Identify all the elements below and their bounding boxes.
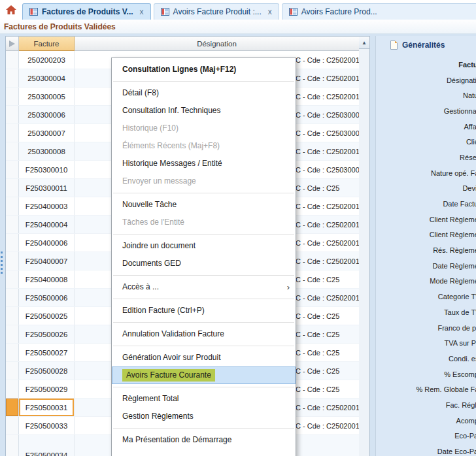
- menu-item-reglement-total[interactable]: Règlement Total: [112, 390, 296, 408]
- menu-item-joindre-un-document[interactable]: Joindre un document: [112, 237, 296, 255]
- row-indicator-cell[interactable]: [6, 161, 19, 178]
- tab-avoirs-facture-prod[interactable]: Avoirs Facture Prod...: [282, 3, 476, 20]
- corner-triangle-icon: [9, 41, 15, 47]
- row-indicator-cell[interactable]: [6, 289, 19, 306]
- facture-cell[interactable]: F250500025: [19, 307, 75, 325]
- row-indicator-cell[interactable]: [6, 51, 19, 69]
- menu-item-gestion-reglements[interactable]: Gestion Règlements: [112, 408, 296, 425]
- vertical-scrollbar[interactable]: ▲: [359, 36, 370, 456]
- facture-cell[interactable]: F250500031: [19, 399, 75, 416]
- row-indicator-cell[interactable]: [6, 234, 19, 252]
- designation-value: C - Cde : C25020012: [296, 221, 359, 229]
- row-indicator-cell[interactable]: [6, 417, 19, 434]
- menu-item-generation-avoir-sur-produit[interactable]: Génération Avoir sur Produit: [112, 349, 296, 366]
- facture-value: F250500027: [26, 349, 68, 357]
- menu-separator: [113, 81, 294, 82]
- row-indicator-cell[interactable]: [6, 106, 19, 123]
- facture-value: F250500026: [26, 331, 68, 338]
- menu-item-label: Ma Présentation de Démarrage: [122, 435, 231, 444]
- menu-item-consultation-inf-techniques[interactable]: Consultation Inf. Techniques: [112, 102, 296, 120]
- tab-strip: Factures de Produits V...xAvoirs Facture…: [22, 0, 476, 20]
- row-indicator-cell[interactable]: [6, 142, 19, 160]
- menu-item-label: Envoyer un message: [122, 176, 196, 186]
- facture-value: F250500025: [26, 312, 68, 320]
- field-label-devise: Devise: [376, 181, 476, 197]
- facture-cell[interactable]: 250300005: [19, 88, 75, 105]
- tab-factures-de-produits-v[interactable]: Factures de Produits V...x: [22, 3, 151, 20]
- tab-close-icon[interactable]: x: [140, 7, 144, 16]
- facture-cell[interactable]: F250400006: [19, 234, 75, 252]
- facture-cell[interactable]: 250300006: [19, 106, 75, 123]
- facture-cell[interactable]: F250500033: [19, 417, 75, 434]
- menu-item-avoirs-facture-courante[interactable]: Avoirs Facture Courante: [112, 366, 296, 384]
- menu-item-label: Règlement Total: [122, 394, 179, 403]
- row-indicator-cell[interactable]: [6, 69, 19, 87]
- facture-value: F250300010: [26, 166, 68, 174]
- row-indicator-cell[interactable]: [6, 179, 19, 197]
- row-indicator-cell[interactable]: [6, 344, 19, 361]
- facture-cell[interactable]: F250500034: [19, 435, 75, 456]
- facture-value: F250500029: [26, 385, 68, 393]
- facture-cell[interactable]: F250400008: [19, 270, 75, 288]
- menu-item-label: Consultation Lignes (Maj+F12): [122, 65, 236, 74]
- home-button[interactable]: [0, 0, 22, 20]
- row-indicator-cell[interactable]: [6, 325, 19, 343]
- menu-item-label: Détail (F8): [122, 88, 159, 97]
- facture-cell[interactable]: F250400007: [19, 252, 75, 270]
- menu-item-label: Génération Avoir sur Produit: [122, 353, 221, 362]
- menu-item-label: Historique (F10): [122, 123, 178, 133]
- tab-close-icon[interactable]: x: [268, 7, 272, 16]
- facture-cell[interactable]: 250300004: [19, 69, 75, 87]
- row-indicator-cell[interactable]: [6, 380, 19, 398]
- menu-item-nouvelle-tache[interactable]: Nouvelle Tâche: [112, 196, 296, 214]
- facture-cell[interactable]: F250500006: [19, 289, 75, 306]
- row-indicator-cell[interactable]: [6, 88, 19, 105]
- designation-value: C - Cde : C25020010: [296, 148, 359, 155]
- menu-item-acces-a[interactable]: Accès à ...›: [112, 278, 296, 296]
- tab-avoirs-facture-produit[interactable]: Avoirs Facture Produit :...x: [154, 3, 279, 20]
- menu-item-ma-presentation-de-demarrage[interactable]: Ma Présentation de Démarrage: [112, 431, 296, 449]
- column-header-facture[interactable]: Facture: [19, 37, 75, 51]
- row-indicator-cell[interactable]: [6, 124, 19, 142]
- row-indicator-cell[interactable]: [6, 216, 19, 233]
- menu-item-documents-ged[interactable]: Documents GED: [112, 255, 296, 272]
- facture-cell[interactable]: 250300007: [19, 124, 75, 142]
- menu-item-label: Tâches de l'Entité: [122, 218, 184, 227]
- row-indicator-cell[interactable]: [6, 307, 19, 325]
- row-indicator-cell[interactable]: [6, 362, 19, 380]
- row-indicator-cell[interactable]: [6, 399, 19, 416]
- facture-cell[interactable]: F250300011: [19, 179, 75, 197]
- menu-item-edition-facture-ctrl-p[interactable]: Edition Facture (Ctrl+P): [112, 302, 296, 319]
- menu-item-annulation-validation-facture[interactable]: Annulation Validation Facture: [112, 325, 296, 343]
- row-indicator-cell[interactable]: [6, 252, 19, 270]
- splitter-handle[interactable]: [1, 252, 3, 274]
- facture-cell[interactable]: 250200203: [19, 51, 75, 69]
- facture-cell[interactable]: F250500028: [19, 362, 75, 380]
- facture-cell[interactable]: 250300008: [19, 142, 75, 160]
- page-title: Factures de Produits Validées: [4, 22, 116, 31]
- field-label-date-facture: Date Facture: [376, 196, 476, 212]
- facture-cell[interactable]: F250400004: [19, 216, 75, 233]
- menu-item-consultation-lignes-maj-f12[interactable]: Consultation Lignes (Maj+F12): [112, 61, 296, 78]
- row-indicator-cell[interactable]: [6, 270, 19, 288]
- facture-cell[interactable]: F250300010: [19, 161, 75, 178]
- menu-separator: [113, 234, 294, 235]
- facture-cell[interactable]: F250500027: [19, 344, 75, 361]
- facture-cell[interactable]: F250500026: [19, 325, 75, 343]
- menu-item-detail-f8[interactable]: Détail (F8): [112, 84, 296, 102]
- column-header-designation[interactable]: Désignation: [75, 37, 359, 51]
- facture-value: F250400008: [26, 276, 68, 284]
- scroll-up-button[interactable]: ▲: [359, 37, 369, 49]
- field-label-facture: Facture: [376, 57, 476, 73]
- facture-cell[interactable]: F250500029: [19, 380, 75, 398]
- facture-value: F250400007: [26, 257, 68, 265]
- home-icon: [5, 5, 17, 15]
- menu-item-historique-messages-entite[interactable]: Historique Messages / Entité: [112, 155, 296, 172]
- facture-value: F250500028: [26, 367, 68, 375]
- select-all-corner[interactable]: [6, 37, 19, 51]
- row-indicator-cell[interactable]: [6, 197, 19, 215]
- facture-cell[interactable]: F250400003: [19, 197, 75, 215]
- row-indicator-cell[interactable]: [6, 435, 19, 456]
- menu-separator: [113, 193, 294, 193]
- designation-value: C - Cde : C25020011: [296, 239, 359, 247]
